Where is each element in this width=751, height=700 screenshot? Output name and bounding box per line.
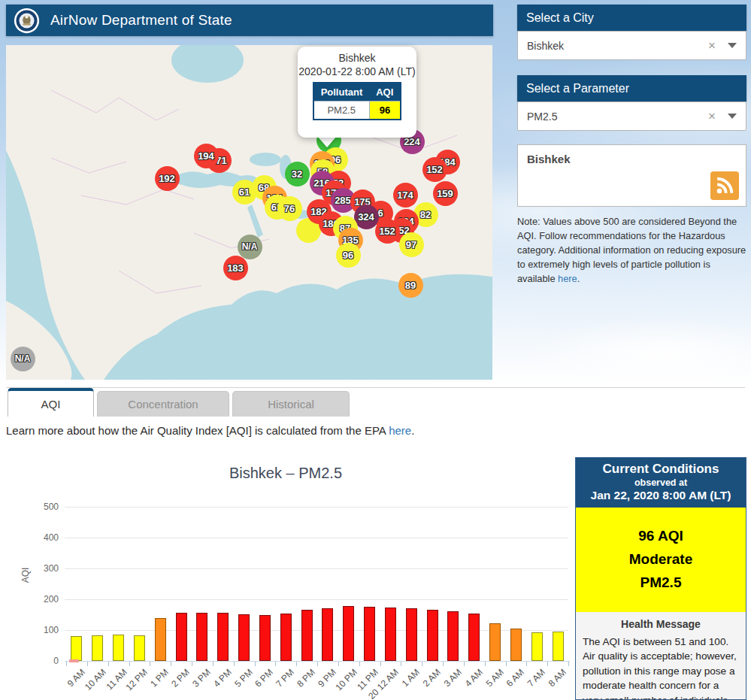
popup-col-aqi: AQI <box>369 83 401 102</box>
x-axis-tick <box>66 662 67 666</box>
aqi-marker-89[interactable]: 89 <box>398 273 423 298</box>
gridline-400 <box>65 538 568 538</box>
aqi-marker-174[interactable]: 174 <box>393 183 418 208</box>
popup-tail <box>317 136 337 147</box>
rss-icon <box>715 176 734 195</box>
learn-more-here-link[interactable]: here <box>389 424 411 437</box>
bar-10-pm[interactable] <box>343 606 354 661</box>
note-text: Note: Values above 500 are considered Be… <box>517 216 746 284</box>
aqi-note: Note: Values above 500 are considered Be… <box>517 215 749 286</box>
bar-8-am[interactable] <box>553 632 564 661</box>
select-city-header: Select a City <box>517 5 746 31</box>
x-axis-tick <box>255 662 256 666</box>
parameter-select[interactable]: PM2.5 × <box>517 102 746 131</box>
current-aqi-category: Moderate <box>576 547 746 571</box>
city-select-value: Bishkek <box>527 40 708 52</box>
parameter-dropdown-caret-icon[interactable] <box>728 114 737 119</box>
current-aqi-pollutant: PM2.5 <box>576 571 746 594</box>
aqi-marker-152[interactable]: 152 <box>422 157 447 182</box>
aqi-marker-192[interactable]: 192 <box>155 166 180 191</box>
bar-10-am[interactable] <box>92 635 103 661</box>
aqi-marker-32[interactable]: 32 <box>285 162 310 186</box>
bar-8-pm[interactable] <box>301 610 313 661</box>
x-axis-tick <box>108 662 109 666</box>
airnow-page: AirNow Department of State <box>0 0 751 700</box>
tab-bar: AQI Concentration Historical <box>8 388 353 417</box>
popup-city: Bishkek <box>298 52 416 65</box>
current-conditions-title: Current Conditions <box>577 462 744 477</box>
bar-3-am[interactable] <box>447 611 459 661</box>
bar-1-pm[interactable] <box>155 618 166 661</box>
current-conditions-panel: Current Conditions observed at Jan 22, 2… <box>575 457 746 700</box>
y-tick-label-0: 0 <box>33 656 59 666</box>
x-axis-tick <box>317 662 318 666</box>
bar-11-pm[interactable] <box>364 607 375 661</box>
parameter-clear-icon[interactable]: × <box>708 109 716 124</box>
x-axis-tick <box>129 662 130 666</box>
aqi-marker-159[interactable]: 159 <box>433 181 458 206</box>
aqi-marker-194[interactable]: 194 <box>194 144 219 168</box>
x-axis-tick <box>380 662 381 666</box>
aqi-marker-76[interactable]: 76 <box>277 196 302 221</box>
note-here-link[interactable]: here <box>558 273 577 284</box>
x-axis-tick <box>547 662 548 666</box>
bar-4-pm[interactable] <box>217 613 229 661</box>
bar-5-pm[interactable] <box>238 614 250 661</box>
page-title: AirNow Department of State <box>50 12 232 29</box>
aqi-marker-na[interactable]: N/A <box>11 347 35 371</box>
city-dropdown-caret-icon[interactable] <box>728 43 737 48</box>
bar-7-pm[interactable] <box>280 614 292 661</box>
x-axis-tick <box>526 662 527 666</box>
x-axis-tick <box>150 662 150 666</box>
aqi-marker-na[interactable]: N/A <box>238 235 262 259</box>
bar-2-am[interactable] <box>427 610 438 661</box>
x-axis-tick <box>87 662 88 666</box>
x-axis-tick <box>506 662 507 666</box>
y-axis-title: AQI <box>20 560 31 590</box>
aqi-marker-97[interactable]: 97 <box>399 232 424 257</box>
rss-city-title: Bishkek <box>527 153 746 165</box>
tab-aqi[interactable]: AQI <box>8 388 94 417</box>
bar-6-pm[interactable] <box>259 615 271 661</box>
observed-at-label: observed at <box>577 477 744 488</box>
aqi-bar-chart: Bishkek – PM2.5 01002003004005009 AM10 A… <box>0 459 571 700</box>
health-message-title: Health Message <box>583 618 739 630</box>
tab-concentration[interactable]: Concentration <box>97 391 229 417</box>
rss-feed-box: Bishkek <box>517 144 746 207</box>
bar-5-am[interactable] <box>489 623 501 661</box>
learn-more-period: . <box>411 424 414 437</box>
bar-4-am[interactable] <box>468 614 480 661</box>
popup-observed-time: 2020-01-22 8:00 AM (LT) <box>298 65 416 79</box>
bar-6-am[interactable] <box>510 629 522 661</box>
bar-7-am[interactable] <box>531 632 543 661</box>
x-axis-tick <box>171 662 171 666</box>
observed-date: Jan 22, 2020 8:00 AM (LT) <box>577 489 744 502</box>
gridline-300 <box>65 568 568 569</box>
aqi-marker-61[interactable]: 61 <box>232 180 257 205</box>
learn-more-text: Learn more about how the Air Quality Ind… <box>6 424 414 437</box>
y-tick-label-100: 100 <box>33 625 59 635</box>
bar-11-am[interactable] <box>113 635 124 661</box>
bar-12-pm[interactable] <box>134 635 145 661</box>
bar-20-12-am[interactable] <box>385 608 396 661</box>
rss-feed-button[interactable] <box>710 171 739 200</box>
bar-9-am[interactable] <box>71 636 82 661</box>
bar-1-am[interactable] <box>406 608 417 661</box>
gridline-200 <box>65 599 568 600</box>
aqi-marker-96[interactable]: 96 <box>336 243 361 268</box>
department-of-state-seal-logo <box>14 8 40 34</box>
city-select[interactable]: Bishkek × <box>517 31 746 60</box>
aqi-marker-183[interactable]: 183 <box>223 256 248 280</box>
app-header: AirNow Department of State <box>6 5 493 36</box>
x-axis-tick <box>338 662 339 666</box>
map-popup: Bishkek 2020-01-22 8:00 AM (LT) Pollutan… <box>298 47 416 138</box>
bar-9-pm[interactable] <box>322 608 333 661</box>
bar-2-pm[interactable] <box>176 613 187 661</box>
health-message-text: The AQI is between 51 and 100. Air quali… <box>583 635 739 700</box>
aqi-marker-152[interactable]: 152 <box>375 219 400 244</box>
tab-historical[interactable]: Historical <box>232 391 350 417</box>
city-clear-icon[interactable]: × <box>708 38 716 53</box>
bar-3-pm[interactable] <box>196 613 207 661</box>
x-axis-tick <box>359 662 360 666</box>
learn-more-body: Learn more about how the Air Quality Ind… <box>6 424 389 437</box>
